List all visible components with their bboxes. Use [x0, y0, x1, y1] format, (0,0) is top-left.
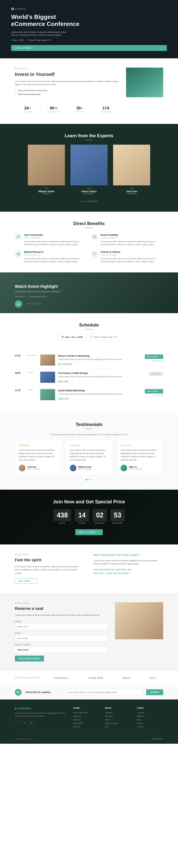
- schedule-section: Schedule 📅 Day 1 Dec 1, 2024 📍 Astro The…: [0, 313, 178, 413]
- footer-menu-venue[interactable]: Venue: [105, 719, 131, 721]
- reserve-left: BOOK NOW Reserve a seat Lorem ipsum dolo…: [15, 602, 108, 661]
- play-button[interactable]: ▶: [15, 300, 22, 308]
- partner-elana: Elana: [122, 677, 130, 680]
- footer-link-testimonials[interactable]: Testimonials: [73, 722, 99, 724]
- buy-ticket-button-1[interactable]: BUY TICKET →: [145, 354, 163, 359]
- partner-cult: CULT: [149, 677, 156, 680]
- buy-ticket-button-3[interactable]: BUY TICKET →: [145, 389, 163, 394]
- footer-copyright: Powered by Evenus.io: [15, 738, 33, 740]
- reserve-title: Reserve a seat: [15, 606, 108, 611]
- social-links: f t in: [15, 720, 67, 725]
- hero-location: Astro Theater, Austin, TX: [27, 39, 51, 41]
- footer-link-schedule[interactable]: Schedule: [73, 719, 99, 721]
- social-linkedin[interactable]: in: [29, 720, 34, 725]
- video-meta-1: Lorem ipsum: [15, 296, 26, 298]
- benefit-desc-4: Lorem ipsum dolor sit amet consectetur a…: [100, 257, 163, 263]
- author-info-3: Mike Co CEO / Company: [129, 466, 143, 470]
- stats-row: 20+ SPEAKERS 95% SATISFACTION 35+ STARTU…: [15, 99, 119, 115]
- location-icon: 📍: [90, 336, 93, 338]
- feel-right-heading: WHY REGISTER FOR THIS EVENT?: [94, 554, 163, 557]
- footer-col-links-list: Company Affiliates Blog Pricing About us: [137, 712, 163, 728]
- expert-name-1: William Smith: [28, 190, 65, 193]
- email-input[interactable]: [15, 635, 108, 641]
- footer-col-home-title: HOME: [73, 707, 99, 709]
- footer-privacy-link[interactable]: Privacy Policy: [152, 738, 163, 740]
- register-seat-button[interactable]: REGISTER A SEAT: [15, 656, 44, 661]
- social-twitter[interactable]: t: [22, 720, 27, 725]
- countdown-minutes-label: Minutes: [93, 522, 107, 524]
- benefit-desc-3: Lorem ipsum dolor sit amet consectetur a…: [24, 257, 87, 263]
- schedule-author-3: JOHN CORP: [58, 398, 69, 400]
- testimonials-title: Testimonials: [15, 422, 163, 427]
- footer-menu-reserve[interactable]: Reserve a Seat: [105, 722, 131, 724]
- expert-card-2: CEO Adam Collins SPINDRIFT: [70, 145, 108, 195]
- event-select[interactable]: Select event: [15, 647, 108, 653]
- invest-point-2: Build strong relationships: [15, 93, 119, 96]
- subscribe-icon: [15, 689, 22, 695]
- expert-title-1: CEO: [28, 188, 65, 190]
- footer-links-about[interactable]: About us: [137, 726, 163, 728]
- schedule-time-1: 07.30: [15, 354, 24, 357]
- see-venue-button[interactable]: SEE VENUE →: [15, 578, 37, 584]
- footer-link-partners[interactable]: Partners: [73, 726, 99, 728]
- benefit-item-3: Market Research TAKE | PRODUCE Lorem ips…: [15, 251, 87, 263]
- footer-links-company[interactable]: Company: [137, 712, 163, 714]
- experts-grid: CEO William Smith TRANCE CEO Adam Collin…: [15, 145, 163, 195]
- event-label: Select event: [15, 644, 108, 646]
- benefit-content-1: Join Community TAKE | PRODUCE Lorem ipsu…: [24, 234, 87, 246]
- footer-links-pricing[interactable]: Pricing: [137, 722, 163, 724]
- cta-ticket-button[interactable]: GET A TICKET →: [75, 529, 103, 535]
- footer-link-features[interactable]: Features/Benefits: [73, 712, 99, 714]
- author-info-1: John Doe CEO / Company: [27, 466, 41, 470]
- footer: ◆ EVENUS Lorem ipsum dolor sit amet cons…: [0, 700, 178, 744]
- hero-meta: Dec 1, 2024 Astro Theater, Austin, TX: [11, 39, 167, 41]
- footer-links-blog[interactable]: Blog: [137, 719, 163, 721]
- dot-3[interactable]: [91, 479, 92, 480]
- benefit-icon-4: [91, 251, 98, 257]
- dot-2[interactable]: [88, 479, 90, 480]
- cta-title: Join Now and Get Special Price: [15, 499, 163, 505]
- testimonial-text-2: Lorem ipsum dolor sit amet consectetur a…: [70, 448, 109, 462]
- watch-video-link[interactable]: WATCH VIDEO: [27, 303, 41, 305]
- schedule-info-1: Recent Trends in Marketing Lorem ipsum d…: [58, 354, 142, 366]
- schedule-tab-day1[interactable]: 📅 Day 1 Dec 1, 2024: [58, 334, 87, 340]
- footer-col-links-title: LINKS: [137, 707, 163, 709]
- logo-icon: [11, 7, 14, 10]
- benefit-icon-1: [15, 234, 22, 240]
- schedule-title: Schedule: [15, 322, 163, 328]
- svg-rect-0: [11, 40, 13, 41]
- schedule-stage-1: MAIN STAGE: [27, 354, 37, 356]
- feel-section: GLAD FREE Feel the spirit Lorem ipsum do…: [0, 545, 178, 593]
- footer-logo-text: EVENUS: [18, 707, 31, 710]
- benefit-sub-4: TAKE | PRODUCE: [100, 254, 163, 256]
- schedule-event-title-1: Recent Trends in Marketing: [58, 354, 142, 357]
- footer-menu-speakers[interactable]: Speakers: [105, 712, 131, 714]
- benefit-title-4: Friends & Clients: [100, 251, 163, 253]
- schedule-image-1: [40, 354, 55, 366]
- social-facebook[interactable]: f: [15, 720, 20, 725]
- testimonial-dots: [15, 479, 163, 480]
- stat-label-speakers: SPEAKERS: [17, 111, 39, 113]
- svg-point-7: [94, 236, 95, 237]
- subscribe-button[interactable]: SUBMIT: [146, 689, 163, 695]
- testimonials-grid: " ★★★★★ Lorem ipsum dolor sit amet conse…: [15, 440, 163, 475]
- name-input[interactable]: [15, 623, 108, 630]
- footer-links-affiliates[interactable]: Affiliates: [137, 715, 163, 717]
- svg-rect-9: [18, 254, 18, 255]
- faq-link-1[interactable]: GET NOTIFIED OR FEATURE LIST: [94, 568, 163, 571]
- schedule-event-desc-3: Lorem ipsum dolor sit amet consectetur a…: [58, 393, 142, 395]
- expert-card-3: CEO John Doe PANDORA: [113, 145, 150, 195]
- tab-location: Astro Theater, Austin, TX: [94, 336, 117, 338]
- hero-cta-button[interactable]: GET A TICKET →: [11, 45, 167, 51]
- footer-menu-schedule[interactable]: Schedule: [105, 715, 131, 717]
- testimonial-card-1: " ★★★★★ Lorem ipsum dolor sit amet conse…: [15, 440, 61, 475]
- footer-menu-blog[interactable]: Blog: [105, 726, 131, 728]
- stat-label-satisfaction: SATISFACTION: [43, 111, 65, 113]
- all-speakers-link[interactable]: ▸ ALL SPEAKERS: [15, 200, 163, 203]
- footer-link-speakers[interactable]: Speakers: [73, 715, 99, 717]
- form-group-email: Email*: [15, 632, 108, 641]
- faq-link-2[interactable]: WHY WILL I GET THE ROSTER?: [94, 572, 163, 575]
- dot-1[interactable]: [86, 479, 87, 480]
- subscribe-input[interactable]: [65, 689, 142, 695]
- footer-col-links: LINKS Company Affiliates Blog Pricing Ab…: [137, 707, 163, 729]
